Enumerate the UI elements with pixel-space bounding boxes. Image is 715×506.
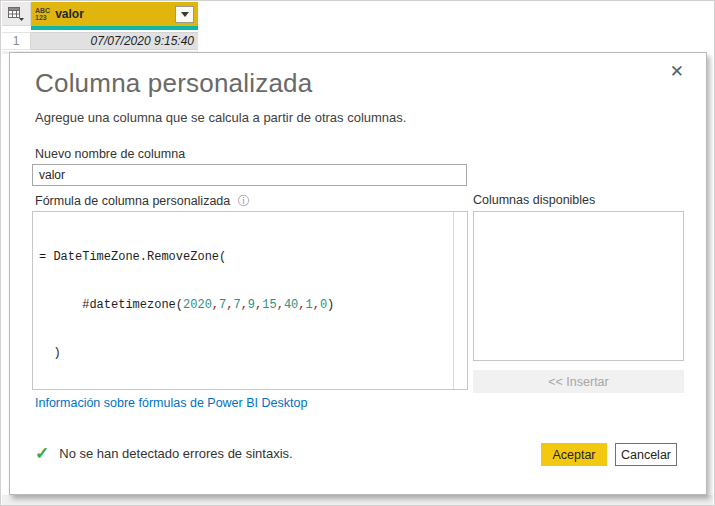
table-cell-value[interactable]: 07/07/2020 9:15:40 [31, 32, 198, 50]
column-header-valor[interactable]: ABC 123 valor [31, 2, 198, 26]
chevron-down-icon [181, 12, 189, 17]
available-columns-label: Columnas disponibles [473, 193, 595, 207]
formula-line-2: #datetimezone(2020,7,7,9,15,40,1,0) [39, 297, 446, 313]
column-filter-button[interactable] [175, 6, 194, 23]
dialog-subtitle: Agregue una columna que se calcula a par… [35, 110, 406, 125]
check-icon: ✓ [35, 445, 49, 462]
table-menu-icon[interactable] [2, 2, 31, 26]
column-quality-bar [31, 26, 198, 30]
close-icon[interactable]: ✕ [666, 61, 688, 82]
available-columns-list[interactable] [473, 211, 684, 361]
background-strip [2, 495, 713, 506]
formula-label: Fórmula de columna personalizada ⓘ [35, 193, 250, 210]
formula-code: = DateTimeZone.RemoveZone( #datetimezone… [33, 212, 452, 389]
formula-scrollbar[interactable] [453, 212, 467, 389]
formula-line-1: = DateTimeZone.RemoveZone( [39, 249, 446, 265]
syntax-message: No se han detectado errores de sintaxis. [59, 446, 292, 461]
syntax-status: ✓ No se han detectado errores de sintaxi… [35, 445, 293, 462]
table-grid-icon [8, 7, 24, 21]
formula-line-3: ) [39, 345, 446, 361]
formulas-help-link[interactable]: Información sobre fórmulas de Power BI D… [35, 396, 307, 410]
new-column-name-label: Nuevo nombre de columna [35, 147, 185, 161]
column-name: valor [55, 7, 175, 21]
accept-button[interactable]: Aceptar [541, 443, 607, 466]
cancel-button[interactable]: Cancelar [615, 443, 677, 466]
new-column-name-input[interactable] [32, 164, 467, 186]
info-icon: ⓘ [238, 194, 250, 208]
row-number: 1 [2, 32, 31, 50]
insert-button[interactable]: << Insertar [473, 370, 684, 393]
dialog-title: Columna personalizada [35, 68, 312, 99]
power-query-editor: ABC 123 valor 1 07/07/2020 9:15:40 ✕ Col… [0, 0, 715, 506]
column-type-icon: ABC 123 [35, 7, 50, 21]
formula-editor[interactable]: = DateTimeZone.RemoveZone( #datetimezone… [32, 211, 468, 390]
custom-column-dialog: ✕ Columna personalizada Agregue una colu… [9, 52, 707, 495]
